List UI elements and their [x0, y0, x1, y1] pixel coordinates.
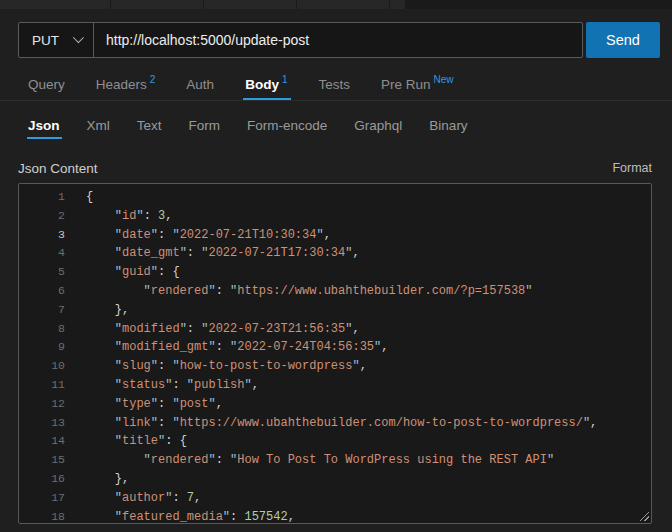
line-number: 1 — [19, 188, 65, 207]
line-number: 16 — [19, 470, 65, 489]
content-header: Json Content Format — [18, 155, 652, 181]
line-number: 13 — [19, 414, 65, 433]
tab-label: Tests — [318, 77, 350, 92]
editor-line: 13 "link": "https://www.ubahthebuilder.c… — [19, 414, 651, 433]
line-number: 15 — [19, 451, 65, 470]
line-code: "author": 7, — [65, 489, 201, 508]
send-button[interactable]: Send — [586, 22, 660, 58]
tab-label: Headers — [96, 77, 147, 92]
tabbar-segment — [297, 0, 390, 9]
tabbar-segment — [111, 0, 204, 9]
line-code: "guid": { — [65, 263, 180, 282]
resize-handle-icon[interactable] — [638, 510, 649, 521]
editor-line: 14 "title": { — [19, 432, 651, 451]
line-number: 10 — [19, 357, 65, 376]
editor-line: 6 "rendered": "https://www.ubahthebuilde… — [19, 282, 651, 301]
tab-label: Body — [245, 77, 279, 92]
tab-tests[interactable]: Tests — [318, 68, 350, 100]
line-number: 6 — [19, 282, 65, 301]
tabbar-segment — [0, 0, 111, 9]
editor-line: 1{ — [19, 188, 651, 207]
line-number: 18 — [19, 508, 65, 524]
editor-line: 9 "modified_gmt": "2022-07-24T04:56:35", — [19, 338, 651, 357]
line-number: 5 — [19, 263, 65, 282]
line-code: "slug": "how-to-post-to-wordpress", — [65, 357, 367, 376]
method-select[interactable]: PUT — [19, 23, 94, 57]
url-input[interactable] — [94, 23, 582, 57]
line-code: "title": { — [65, 432, 187, 451]
line-code: "rendered": "https://www.ubahthebuilder.… — [65, 282, 532, 301]
line-code: { — [65, 188, 93, 207]
subtab-label: Binary — [429, 118, 467, 133]
editor-line: 2 "id": 3, — [19, 207, 651, 226]
line-number: 9 — [19, 338, 65, 357]
line-number: 17 — [19, 489, 65, 508]
line-number: 4 — [19, 244, 65, 263]
tabbar-segment — [390, 0, 406, 9]
line-code: "date": "2022-07-21T10:30:34", — [65, 226, 331, 245]
line-number: 14 — [19, 432, 65, 451]
subtab-label: Form — [189, 118, 221, 133]
line-number: 7 — [19, 301, 65, 320]
tab-pre-run[interactable]: Pre RunNew — [381, 68, 454, 100]
tab-label: Query — [28, 77, 65, 92]
line-code: "link": "https://www.ubahthebuilder.com/… — [65, 414, 597, 433]
editor-line: 16 }, — [19, 470, 651, 489]
line-number: 11 — [19, 376, 65, 395]
tab-label: Auth — [186, 77, 214, 92]
subtab-label: Form-encode — [247, 118, 327, 133]
line-number: 12 — [19, 395, 65, 414]
subtab-label: Text — [137, 118, 162, 133]
tab-badge: 2 — [150, 74, 156, 85]
subtab-json[interactable]: Json — [28, 107, 60, 144]
subtab-label: Graphql — [354, 118, 402, 133]
editor-line: 18 "featured_media": 157542, — [19, 508, 651, 524]
json-editor[interactable]: 1{2 "id": 3,3 "date": "2022-07-21T10:30:… — [18, 183, 652, 524]
line-code: "id": 3, — [65, 207, 172, 226]
line-code: "type": "post", — [65, 395, 223, 414]
line-code: "rendered": "How To Post To WordPress us… — [65, 451, 554, 470]
request-tabs: QueryHeaders2AuthBody1TestsPre RunNew — [0, 68, 672, 101]
tab-body[interactable]: Body1 — [245, 68, 287, 100]
tab-headers[interactable]: Headers2 — [96, 68, 156, 100]
tab-label: Pre Run — [381, 77, 431, 92]
subtab-label: Json — [28, 118, 60, 133]
editor-line: 17 "author": 7, — [19, 489, 651, 508]
line-code: "date_gmt": "2022-07-21T17:30:34", — [65, 244, 360, 263]
request-row: PUT Send — [18, 22, 660, 58]
editor-line: 7 }, — [19, 301, 651, 320]
editor-tabbar-strip — [0, 0, 672, 9]
editor-lines: 1{2 "id": 3,3 "date": "2022-07-21T10:30:… — [19, 184, 651, 524]
line-code: }, — [65, 470, 129, 489]
editor-line: 4 "date_gmt": "2022-07-21T17:30:34", — [19, 244, 651, 263]
subtab-text[interactable]: Text — [137, 107, 162, 144]
method-value: PUT — [32, 33, 59, 48]
tab-auth[interactable]: Auth — [186, 68, 214, 100]
tab-query[interactable]: Query — [28, 68, 65, 100]
body-type-tabs: JsonXmlTextFormForm-encodeGraphqlBinary — [0, 107, 672, 144]
editor-line: 3 "date": "2022-07-21T10:30:34", — [19, 226, 651, 245]
editor-line: 15 "rendered": "How To Post To WordPress… — [19, 451, 651, 470]
tab-badge: New — [434, 74, 454, 85]
line-code: "modified_gmt": "2022-07-24T04:56:35", — [65, 338, 388, 357]
tab-badge: 1 — [282, 74, 288, 85]
line-number: 3 — [19, 226, 65, 245]
json-content-label: Json Content — [18, 161, 98, 176]
subtab-xml[interactable]: Xml — [87, 107, 110, 144]
subtab-form[interactable]: Form — [189, 107, 221, 144]
format-button[interactable]: Format — [612, 161, 652, 175]
line-number: 8 — [19, 320, 65, 339]
editor-line: 10 "slug": "how-to-post-to-wordpress", — [19, 357, 651, 376]
editor-line: 8 "modified": "2022-07-23T21:56:35", — [19, 320, 651, 339]
url-bar: PUT — [18, 22, 583, 58]
subtab-binary[interactable]: Binary — [429, 107, 467, 144]
line-code: "featured_media": 157542, — [65, 508, 295, 524]
editor-line: 11 "status": "publish", — [19, 376, 651, 395]
subtab-graphql[interactable]: Graphql — [354, 107, 402, 144]
line-number: 2 — [19, 207, 65, 226]
subtab-form-encode[interactable]: Form-encode — [247, 107, 327, 144]
editor-line: 12 "type": "post", — [19, 395, 651, 414]
chevron-down-icon — [73, 31, 84, 42]
line-code: }, — [65, 301, 129, 320]
line-code: "modified": "2022-07-23T21:56:35", — [65, 320, 360, 339]
